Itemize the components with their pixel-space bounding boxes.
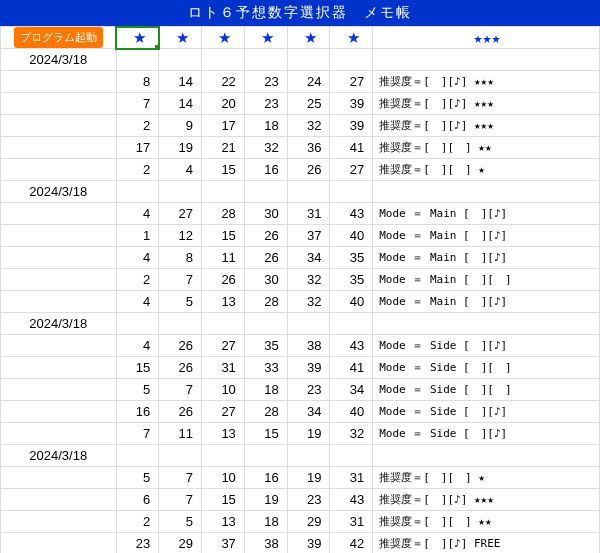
empty-cell[interactable] [116,49,159,71]
num-cell[interactable]: 10 [202,379,245,401]
note-cell[interactable]: 推奨度＝[ ][♪] ★★★ [373,489,600,511]
header-star-4[interactable]: ★ [244,27,287,49]
num-cell[interactable]: 31 [330,467,373,489]
note-cell[interactable]: 推奨度＝[ ][ ] ★★ [373,511,600,533]
num-cell[interactable]: 23 [244,93,287,115]
num-cell[interactable]: 8 [159,247,202,269]
num-cell[interactable]: 40 [330,225,373,247]
num-cell[interactable]: 19 [287,423,330,445]
note-cell[interactable]: 推奨度＝[ ][♪] ★★★ [373,93,600,115]
num-cell[interactable]: 37 [287,225,330,247]
num-cell[interactable]: 26 [159,357,202,379]
empty-cell[interactable] [116,313,159,335]
num-cell[interactable]: 15 [202,225,245,247]
num-cell[interactable]: 5 [116,467,159,489]
num-cell[interactable]: 28 [244,291,287,313]
num-cell[interactable]: 26 [159,335,202,357]
empty-cell[interactable] [287,313,330,335]
num-cell[interactable]: 34 [287,401,330,423]
header-star-triple[interactable]: ★★★ [373,27,600,49]
num-cell[interactable]: 33 [244,357,287,379]
num-cell[interactable]: 15 [202,489,245,511]
num-cell[interactable]: 25 [287,93,330,115]
num-cell[interactable]: 27 [202,335,245,357]
num-cell[interactable]: 5 [159,511,202,533]
num-cell[interactable]: 7 [159,379,202,401]
num-cell[interactable]: 37 [202,533,245,554]
empty-cell[interactable] [202,49,245,71]
num-cell[interactable]: 31 [287,203,330,225]
num-cell[interactable]: 35 [244,335,287,357]
empty-cell[interactable] [159,445,202,467]
empty-cell[interactable] [116,445,159,467]
num-cell[interactable]: 19 [287,467,330,489]
num-cell[interactable]: 12 [159,225,202,247]
num-cell[interactable]: 23 [116,533,159,554]
num-cell[interactable]: 13 [202,511,245,533]
empty-cell[interactable] [287,49,330,71]
num-cell[interactable]: 43 [330,335,373,357]
num-cell[interactable]: 16 [244,467,287,489]
num-cell[interactable]: 30 [244,203,287,225]
empty-cell[interactable] [244,49,287,71]
num-cell[interactable]: 28 [202,203,245,225]
empty-cell[interactable] [330,49,373,71]
num-cell[interactable]: 39 [287,357,330,379]
empty-cell[interactable] [330,181,373,203]
num-cell[interactable]: 13 [202,423,245,445]
num-cell[interactable]: 36 [287,137,330,159]
num-cell[interactable]: 19 [244,489,287,511]
empty-cell[interactable] [330,445,373,467]
num-cell[interactable]: 32 [287,291,330,313]
note-cell[interactable]: 推奨度＝[ ][♪] ★★★ [373,71,600,93]
num-cell[interactable]: 40 [330,401,373,423]
num-cell[interactable]: 26 [159,401,202,423]
num-cell[interactable]: 41 [330,357,373,379]
num-cell[interactable]: 26 [287,159,330,181]
num-cell[interactable]: 15 [116,357,159,379]
num-cell[interactable]: 39 [330,93,373,115]
empty-cell[interactable] [373,445,600,467]
num-cell[interactable]: 28 [244,401,287,423]
num-cell[interactable]: 21 [202,137,245,159]
empty-cell[interactable] [202,313,245,335]
empty-cell[interactable] [373,181,600,203]
num-cell[interactable]: 16 [116,401,159,423]
num-cell[interactable]: 32 [287,269,330,291]
num-cell[interactable]: 27 [159,203,202,225]
num-cell[interactable]: 9 [159,115,202,137]
note-cell[interactable]: 推奨度＝[ ][ ] ★ [373,159,600,181]
num-cell[interactable]: 1 [116,225,159,247]
note-cell[interactable]: 推奨度＝[ ][ ] ★ [373,467,600,489]
note-cell[interactable]: Mode ＝ Main [ ][♪] [373,247,600,269]
empty-cell[interactable] [287,181,330,203]
num-cell[interactable]: 31 [330,511,373,533]
num-cell[interactable]: 15 [202,159,245,181]
num-cell[interactable]: 2 [116,269,159,291]
num-cell[interactable]: 7 [116,93,159,115]
num-cell[interactable]: 16 [244,159,287,181]
note-cell[interactable]: Mode ＝ Main [ ][ ] [373,269,600,291]
empty-cell[interactable] [116,181,159,203]
num-cell[interactable]: 27 [330,71,373,93]
num-cell[interactable]: 27 [202,401,245,423]
num-cell[interactable]: 39 [287,533,330,554]
note-cell[interactable]: 推奨度＝[ ][ ] ★★ [373,137,600,159]
num-cell[interactable]: 20 [202,93,245,115]
num-cell[interactable]: 26 [244,225,287,247]
launch-button[interactable]: プログラム起動 [14,27,103,48]
num-cell[interactable]: 38 [244,533,287,554]
num-cell[interactable]: 7 [159,269,202,291]
header-star-5[interactable]: ★ [287,27,330,49]
note-cell[interactable]: Mode ＝ Side [ ][♪] [373,401,600,423]
num-cell[interactable]: 5 [159,291,202,313]
num-cell[interactable]: 35 [330,269,373,291]
empty-cell[interactable] [202,181,245,203]
num-cell[interactable]: 7 [116,423,159,445]
num-cell[interactable]: 38 [287,335,330,357]
num-cell[interactable]: 14 [159,71,202,93]
num-cell[interactable]: 26 [244,247,287,269]
num-cell[interactable]: 10 [202,467,245,489]
num-cell[interactable]: 43 [330,203,373,225]
note-cell[interactable]: Mode ＝ Main [ ][♪] [373,291,600,313]
